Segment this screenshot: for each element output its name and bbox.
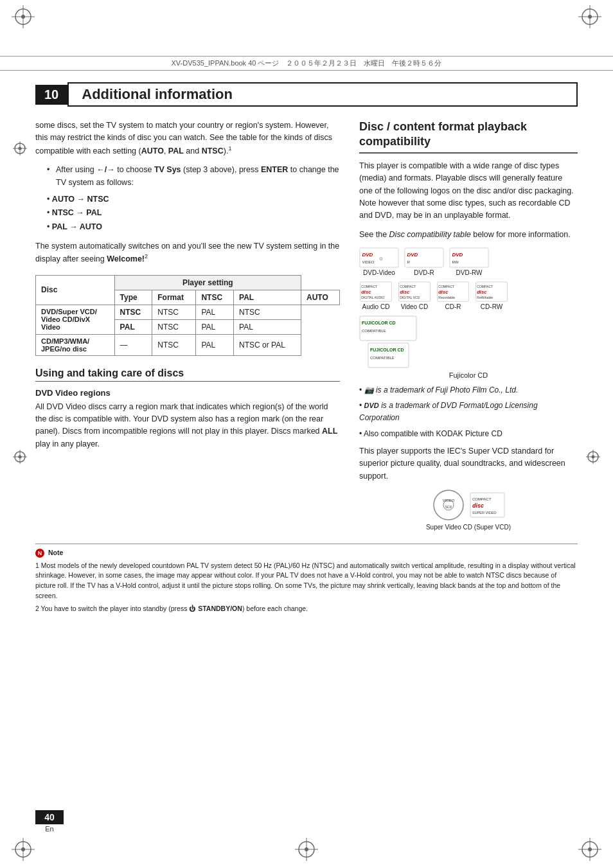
table-header-row1: Disc Player setting xyxy=(36,275,340,290)
svg-text:COMPACT: COMPACT xyxy=(438,285,454,288)
corner-mark-br xyxy=(578,838,601,863)
svg-text:FUJICOLOR CD: FUJICOLOR CD xyxy=(362,321,396,325)
td-ntsc-ntsc: NTSC xyxy=(152,305,196,319)
dvd-rw-logo-item: DVD RW DVD-RW xyxy=(449,247,489,276)
audio-cd-label: Audio CD xyxy=(362,303,390,310)
corner-mark-tl xyxy=(12,5,35,30)
super-vcd-text: This player supports the IEC's Super VCD… xyxy=(359,445,578,483)
dvd-video-logo: DVD VIDEO ⊙ xyxy=(359,247,399,268)
super-vcd-logo2: COMPACT disc SUPER VIDEO xyxy=(470,492,505,518)
video-cd-logo-item: COMPACT disc DIGITAL VCD Video CD xyxy=(398,281,431,310)
welcome-bold: Welcome! xyxy=(107,254,145,263)
dvd-video-label: DVD-Video xyxy=(363,269,395,276)
td-ntsc-format: NTSC xyxy=(114,305,152,319)
svg-rect-49 xyxy=(368,343,409,368)
dvd-logos-row: DVD VIDEO ⊙ DVD-Video DVD R DVD-R xyxy=(359,247,578,276)
bullet-list: After using ←/→ to choose TV Sys (step 3… xyxy=(47,164,340,189)
player-setting-table: Disc Player setting Type Format NTSC PAL… xyxy=(35,275,340,356)
td-pal-ntsc: NTSC xyxy=(152,319,196,334)
svg-text:disc: disc xyxy=(472,502,484,509)
svg-text:COMPATIBLE: COMPATIBLE xyxy=(362,329,386,333)
cd-rw-logo: COMPACT disc ReWritable xyxy=(475,281,508,302)
svg-text:Recordable: Recordable xyxy=(438,296,455,299)
kodak-text: Also compatible with KODAK Picture CD xyxy=(364,429,502,438)
arrow-symbol: ←/→ xyxy=(96,165,114,174)
svg-text:RW: RW xyxy=(452,260,458,264)
video-cd-logo: COMPACT disc DIGITAL VCD xyxy=(398,281,431,302)
cd-rw-label: CD-RW xyxy=(481,303,502,310)
bullet-dvd-trademark: • DVD is a trademark of DVD Format/Logo … xyxy=(359,400,578,424)
th-format: Format xyxy=(152,290,196,305)
svg-text:COMPACT: COMPACT xyxy=(472,497,492,501)
dvd-rw-logo: DVD RW xyxy=(449,247,489,268)
bold-ntsc: NTSC xyxy=(202,146,224,155)
file-info-bar: XV-DV535_IPPAN.book 40 ページ ２００５年２月２３日 水曜… xyxy=(0,56,613,71)
fujicolor-label: Fujicolor CD xyxy=(359,371,578,379)
th-auto: AUTO xyxy=(301,290,339,305)
bullet-kodak: • Also compatible with KODAK Picture CD xyxy=(359,428,578,440)
corner-mark-tr xyxy=(578,5,601,30)
tv-sys-bold: TV Sys xyxy=(154,165,181,174)
all-bold: ALL xyxy=(322,427,337,436)
standby-on-bold: ⏻ STANDBY/ON xyxy=(189,605,242,612)
bottom-corner-marks xyxy=(0,838,613,868)
right-section-heading: Disc / content format playback compatibi… xyxy=(359,120,578,154)
audio-cd-logo: COMPACT disc DIGITAL AUDIO xyxy=(359,281,393,302)
bottom-center-mark xyxy=(295,838,318,863)
audio-cd-logo-item: COMPACT disc DIGITAL AUDIO Audio CD xyxy=(359,281,393,310)
fujicolor-area: FUJICOLOR CD COMPATIBLE FUJICOLOR CD COM… xyxy=(359,315,578,368)
th-pal: PAL xyxy=(234,290,301,305)
page-number: 40 xyxy=(35,810,64,824)
td-pal-auto: PAL xyxy=(234,319,301,334)
svg-text:⊙: ⊙ xyxy=(379,256,383,261)
arrow-pal-auto: • PAL → AUTO xyxy=(47,220,340,234)
top-corner-marks xyxy=(0,0,613,30)
arrow-auto-ntsc: • AUTO → NTSC xyxy=(47,193,340,206)
footnote-ref-2: 2 xyxy=(145,253,148,260)
dvd-trademark-text: is a trademark of DVD Format/Logo Licens… xyxy=(359,401,538,422)
side-mark-right xyxy=(586,450,600,466)
note-title: Note xyxy=(48,549,63,556)
table-row: DVD/Super VCD/Video CD/DivXVideo NTSC NT… xyxy=(36,305,340,319)
td-pal-format: PAL xyxy=(114,319,152,334)
fujicolor-cd-logo: FUJICOLOR CD COMPATIBLE xyxy=(359,315,417,341)
right-intro-text: This player is compatible with a wide ra… xyxy=(359,160,578,222)
svg-text:disc: disc xyxy=(438,289,449,295)
svg-text:disc: disc xyxy=(400,289,410,295)
section1-heading: Using and taking care of discs xyxy=(35,368,340,382)
svg-rect-46 xyxy=(360,316,416,341)
cd-r-logo-item: COMPACT disc Recordable CD-R xyxy=(436,281,470,310)
td-pal-pal: PAL xyxy=(196,319,234,334)
disc-compat-italic: Disc compatibility table xyxy=(389,230,471,239)
bullet-item-1: After using ←/→ to choose TV Sys (step 3… xyxy=(47,164,340,189)
svg-text:DVD: DVD xyxy=(452,252,463,258)
svg-text:DIGITAL AUDIO: DIGITAL AUDIO xyxy=(361,296,384,299)
svg-text:DVD: DVD xyxy=(362,252,373,258)
dvd-logo-small: DVD xyxy=(364,402,379,409)
fuji-icon: 📷 xyxy=(364,385,374,394)
th-player-setting: Player setting xyxy=(114,275,301,290)
td-cd-auto: NTSC or PAL xyxy=(234,334,301,355)
chapter-title: Additional information xyxy=(67,82,578,107)
svg-text:COMPACT: COMPACT xyxy=(400,285,416,288)
svg-text:COMPACT: COMPACT xyxy=(477,285,493,288)
svg-text:disc: disc xyxy=(477,289,487,295)
chapter-number: 10 xyxy=(35,85,67,105)
svg-text:COMPACT: COMPACT xyxy=(361,285,377,288)
after-using-text: After using xyxy=(56,165,96,174)
cd-r-logo: COMPACT disc Recordable xyxy=(436,281,470,302)
note1-text: 1 Most models of the newly developed cou… xyxy=(35,561,578,601)
dvd-r-logo: DVD R xyxy=(404,247,444,268)
cd-r-label: CD-R xyxy=(445,303,461,310)
td-cd-type: CD/MP3/WMA/JPEG/no disc xyxy=(36,334,115,355)
th-disc: Disc xyxy=(36,275,115,305)
svg-text:VIDEO: VIDEO xyxy=(442,499,454,502)
bold-auto: AUTO xyxy=(141,146,164,155)
dvd-r-logo-item: DVD R DVD-R xyxy=(404,247,444,276)
dvd-rw-label: DVD-RW xyxy=(456,269,483,276)
footnote-ref-1: 1 xyxy=(228,145,231,152)
fujicolor-cd-compat-logo: FUJICOLOR CD COMPATIBLE xyxy=(368,342,409,368)
step3-text: (step 3 above), press xyxy=(181,165,261,174)
super-vcd-logo1: VIDEO SCD xyxy=(432,489,465,521)
bullet-fuji-trademark: • 📷 is a trademark of Fuji Photo Film Co… xyxy=(359,384,578,396)
